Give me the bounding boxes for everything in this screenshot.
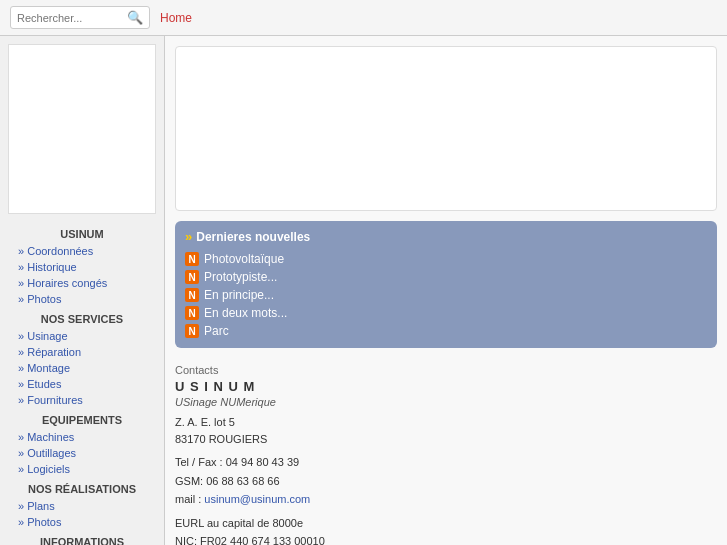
- sidebar-item-usinage[interactable]: Usinage: [0, 328, 164, 344]
- app-wrapper: 🔍 Home USINUM Coordonnées Historique Hor…: [0, 0, 727, 545]
- news-title-label: Dernieres nouvelles: [196, 230, 310, 244]
- news-badge-2: N: [185, 288, 199, 302]
- content-area: » Dernieres nouvelles N Photovoltaïque N…: [165, 36, 727, 545]
- sidebar-section-equipements: EQUIPEMENTS: [0, 408, 164, 429]
- sidebar-item-machines[interactable]: Machines: [0, 429, 164, 445]
- sidebar-item-historique[interactable]: Historique: [0, 259, 164, 275]
- news-badge-3: N: [185, 306, 199, 320]
- sidebar-section-informations: INFORMATIONS: [0, 530, 164, 545]
- sidebar-item-horaires[interactable]: Horaires congés: [0, 275, 164, 291]
- sidebar-item-etudes[interactable]: Etudes: [0, 376, 164, 392]
- contact-tel: Tel / Fax : 04 94 80 43 39 GSM: 06 88 63…: [175, 453, 717, 509]
- sidebar-item-coordonnees[interactable]: Coordonnées: [0, 243, 164, 259]
- sidebar-banner: [8, 44, 156, 214]
- news-badge-0: N: [185, 252, 199, 266]
- content-banner: [175, 46, 717, 211]
- news-link-prototypiste[interactable]: Prototypiste...: [204, 270, 277, 284]
- search-input[interactable]: [17, 12, 127, 24]
- contact-address-line2: 83170 ROUGIERS: [175, 433, 267, 445]
- news-item-4: N Parc: [185, 322, 707, 340]
- news-link-parc[interactable]: Parc: [204, 324, 229, 338]
- sidebar-section-realisations: NOS RÉALISATIONS: [0, 477, 164, 498]
- contact-legal-line1: EURL au capital de 8000e: [175, 517, 303, 529]
- news-item-3: N En deux mots...: [185, 304, 707, 322]
- news-title: » Dernieres nouvelles: [185, 229, 707, 244]
- contact-mail-label: mail :: [175, 493, 204, 505]
- news-link-photovoltaique[interactable]: Photovoltaïque: [204, 252, 284, 266]
- sidebar-item-photos-real[interactable]: Photos: [0, 514, 164, 530]
- sidebar: USINUM Coordonnées Historique Horaires c…: [0, 36, 165, 545]
- sidebar-section-usinum: USINUM: [0, 222, 164, 243]
- contact-address-line1: Z. A. E. lot 5: [175, 416, 235, 428]
- news-link-deux-mots[interactable]: En deux mots...: [204, 306, 287, 320]
- news-badge-1: N: [185, 270, 199, 284]
- news-item-1: N Prototypiste...: [185, 268, 707, 286]
- topbar: 🔍 Home: [0, 0, 727, 36]
- sidebar-item-logiciels[interactable]: Logiciels: [0, 461, 164, 477]
- search-icon[interactable]: 🔍: [127, 10, 143, 25]
- breadcrumb: Home: [160, 11, 192, 25]
- news-item-2: N En principe...: [185, 286, 707, 304]
- contact-mail-link[interactable]: usinum@usinum.com: [204, 493, 310, 505]
- news-box: » Dernieres nouvelles N Photovoltaïque N…: [175, 221, 717, 348]
- contact-legal: EURL au capital de 8000e NIC: FR02 440 6…: [175, 515, 717, 545]
- contact-slogan: USinage NUMerique: [175, 396, 717, 408]
- sidebar-item-outillages[interactable]: Outillages: [0, 445, 164, 461]
- news-link-principe[interactable]: En principe...: [204, 288, 274, 302]
- sidebar-item-reparation[interactable]: Réparation: [0, 344, 164, 360]
- sidebar-section-services: NOS SERVICES: [0, 307, 164, 328]
- news-badge-4: N: [185, 324, 199, 338]
- news-arrow-icon: »: [185, 229, 192, 244]
- sidebar-item-fournitures[interactable]: Fournitures: [0, 392, 164, 408]
- sidebar-item-plans[interactable]: Plans: [0, 498, 164, 514]
- search-box[interactable]: 🔍: [10, 6, 150, 29]
- contact-label: Contacts: [175, 364, 717, 376]
- news-item-0: N Photovoltaïque: [185, 250, 707, 268]
- contact-section: Contacts U S I N U M USinage NUMerique Z…: [175, 360, 717, 545]
- sidebar-item-montage[interactable]: Montage: [0, 360, 164, 376]
- sidebar-item-photos-usinum[interactable]: Photos: [0, 291, 164, 307]
- contact-tel-value: Tel / Fax : 04 94 80 43 39: [175, 456, 299, 468]
- contact-company: U S I N U M: [175, 379, 717, 394]
- contact-address: Z. A. E. lot 5 83170 ROUGIERS: [175, 414, 717, 447]
- main-layout: USINUM Coordonnées Historique Horaires c…: [0, 36, 727, 545]
- contact-gsm-value: GSM: 06 88 63 68 66: [175, 475, 280, 487]
- contact-legal-line2: NIC: FR02 440 674 133 00010: [175, 535, 325, 545]
